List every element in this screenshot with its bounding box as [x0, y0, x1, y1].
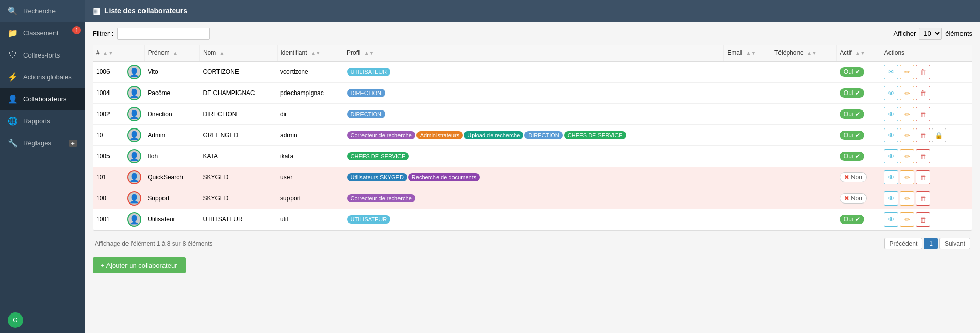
cell-id: 1001 [93, 209, 124, 230]
search-icon: 🔍 [8, 6, 18, 16]
action-buttons: 👁 ✏ 🗑 [884, 65, 969, 79]
delete-button[interactable]: 🗑 [916, 65, 930, 79]
avatar: 👤 [127, 86, 141, 100]
action-buttons: 👁 ✏ 🗑 [884, 86, 969, 100]
cell-email [724, 61, 771, 83]
show-label: Afficher [893, 30, 916, 38]
show-select[interactable]: 10 25 50 [919, 28, 942, 40]
cell-profil: UTILISATEUR [343, 61, 724, 83]
sidebar-bottom: G [0, 307, 85, 333]
view-button[interactable]: 👁 [884, 107, 898, 121]
status-badge: Oui ✔ [840, 88, 864, 98]
person-icon: 👤 [129, 215, 139, 225]
cell-actions: 👁 ✏ 🗑 [881, 104, 972, 125]
cell-prenom: Direction [144, 104, 199, 125]
sidebar-item-collaborateurs[interactable]: 👤 Collaborateurs [0, 88, 85, 110]
cell-actions: 👁 ✏ 🗑 [881, 209, 972, 230]
view-button[interactable]: 👁 [884, 170, 898, 184]
view-button[interactable]: 👁 [884, 86, 898, 100]
col-prenom[interactable]: Prénom ▲ [144, 45, 199, 61]
person-icon: 👤 [129, 173, 139, 182]
sidebar-item-coffres-forts[interactable]: 🛡 Coffres-forts [0, 44, 85, 66]
edit-button[interactable]: ✏ [900, 65, 914, 79]
delete-button[interactable]: 🗑 [916, 86, 930, 100]
col-identifiant[interactable]: Identifiant ▲▼ [277, 45, 343, 61]
profile-badge: UTILISATEUR [347, 215, 391, 224]
col-actif[interactable]: Actif ▲▼ [837, 45, 881, 61]
sidebar-item-reglages[interactable]: 🔧 Réglages + [0, 132, 85, 154]
col-telephone[interactable]: Téléphone ▲▼ [771, 45, 837, 61]
cell-id: 100 [93, 188, 124, 209]
lock-button[interactable]: 🔒 [932, 128, 946, 142]
delete-button[interactable]: 🗑 [916, 107, 930, 121]
view-button[interactable]: 👁 [884, 212, 898, 227]
table-row: 1005 👤 Itoh KATA ikata CHEFS DE SERVICE … [93, 146, 972, 167]
add-collaborator-button[interactable]: + Ajouter un collaborateur [93, 257, 186, 273]
delete-button[interactable]: 🗑 [916, 149, 930, 163]
view-button[interactable]: 👁 [884, 65, 898, 79]
globe-icon: 🌐 [8, 116, 18, 126]
action-buttons: 👁 ✏ 🗑 [884, 170, 969, 184]
wrench-icon: 🔧 [8, 138, 18, 148]
col-nom[interactable]: Nom ▲ [199, 45, 277, 61]
view-button[interactable]: 👁 [884, 128, 898, 142]
delete-button[interactable]: 🗑 [916, 191, 930, 206]
edit-button[interactable]: ✏ [900, 149, 914, 163]
col-id[interactable]: # ▲▼ [93, 45, 124, 61]
cell-identifiant: admin [277, 125, 343, 146]
action-buttons: 👁 ✏ 🗑 [884, 149, 969, 163]
view-button[interactable]: 👁 [884, 149, 898, 163]
edit-button[interactable]: ✏ [900, 191, 914, 206]
settings-toggle-icon[interactable]: + [69, 140, 77, 147]
cell-prenom: QuickSearch [144, 167, 199, 188]
pagination: Précédent 1 Suivant [884, 238, 970, 249]
sidebar-item-recherche[interactable]: 🔍 Recherche [0, 0, 85, 22]
edit-button[interactable]: ✏ [900, 128, 914, 142]
cell-avatar: 👤 [124, 188, 144, 209]
prev-button[interactable]: Précédent [884, 238, 923, 249]
cell-prenom: Vito [144, 61, 199, 83]
person-icon: 👤 [129, 152, 139, 161]
person-icon: 👤 [129, 194, 139, 203]
sidebar-item-label: Collaborateurs [23, 95, 67, 103]
cell-email [724, 83, 771, 104]
cell-profil: DIRECTION [343, 83, 724, 104]
filter-input[interactable] [117, 28, 210, 40]
cell-actions: 👁 ✏ 🗑 [881, 167, 972, 188]
delete-button[interactable]: 🗑 [916, 212, 930, 227]
cell-nom: GREENGED [199, 125, 277, 146]
sidebar-item-rapports[interactable]: 🌐 Rapports [0, 110, 85, 132]
cell-profil: Correcteur de rechercheAdministrateursUp… [343, 125, 724, 146]
filter-label: Filtrer : [93, 30, 113, 38]
topbar: ▦ Liste des collaborateurs [85, 0, 980, 22]
cell-avatar: 👤 [124, 83, 144, 104]
cell-telephone [771, 104, 837, 125]
cell-email [724, 146, 771, 167]
cell-actif: Oui ✔ [837, 83, 881, 104]
edit-button[interactable]: ✏ [900, 170, 914, 184]
sidebar-item-label: Réglages [23, 139, 51, 147]
cell-nom: UTILISATEUR [199, 209, 277, 230]
avatar: 👤 [127, 107, 141, 121]
profile-badge: CHEFS DE SERVICE [564, 131, 626, 139]
next-button[interactable]: Suivant [939, 238, 970, 249]
bolt-icon: ⚡ [8, 72, 18, 82]
status-badge: ✖ Non [840, 172, 867, 182]
sidebar-item-classement[interactable]: 📁 Classement 1 [0, 22, 85, 44]
delete-button[interactable]: 🗑 [916, 170, 930, 184]
edit-button[interactable]: ✏ [900, 107, 914, 121]
sidebar-item-actions-globales[interactable]: ⚡ Actions globales [0, 66, 85, 88]
profile-badge: CHEFS DE SERVICE [347, 152, 409, 160]
action-buttons: 👁 ✏ 🗑 [884, 191, 969, 206]
col-avatar [124, 45, 144, 61]
delete-button[interactable]: 🗑 [916, 128, 930, 142]
edit-button[interactable]: ✏ [900, 86, 914, 100]
view-button[interactable]: 👁 [884, 191, 898, 206]
sidebar-item-label: Rapports [23, 117, 50, 125]
cell-prenom: Pacôme [144, 83, 199, 104]
col-email[interactable]: Email ▲▼ [724, 45, 771, 61]
page-1-button[interactable]: 1 [924, 238, 938, 249]
profile-badge: Recherche de documents [408, 173, 480, 181]
edit-button[interactable]: ✏ [900, 212, 914, 227]
col-profil[interactable]: Profil ▲▼ [343, 45, 724, 61]
